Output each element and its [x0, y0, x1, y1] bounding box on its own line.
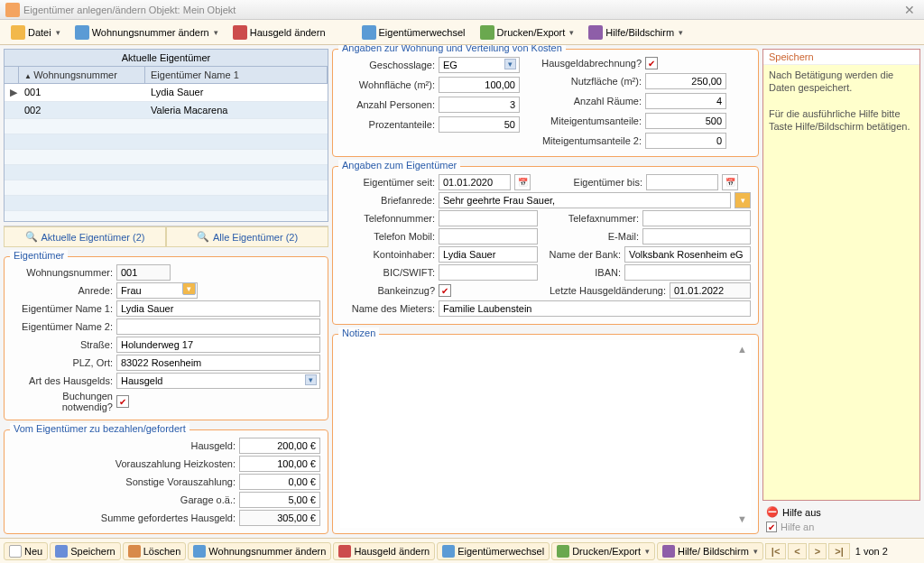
people-icon [75, 25, 89, 40]
mea2-field[interactable] [645, 133, 726, 149]
titlebar: Eigentümer anlegen/ändern Objekt: Mein O… [0, 0, 924, 20]
hilfe-aus-button[interactable]: ⛔Hilfe aus [762, 504, 920, 520]
mieter-field[interactable] [439, 300, 751, 317]
mea-field[interactable] [645, 113, 726, 129]
book-icon [588, 25, 603, 40]
nav-next[interactable]: > [808, 543, 827, 559]
wnum-button[interactable]: Wohnungsnummer ändern [188, 542, 331, 560]
tab-alle[interactable]: 🔍Alle Eigentümer (2) [166, 226, 328, 247]
money-icon [233, 25, 247, 40]
proz-field[interactable] [439, 116, 520, 133]
pager-label: 1 von 2 [855, 546, 888, 557]
pick-icon[interactable]: ▾ [735, 192, 751, 208]
anrede-field[interactable] [116, 282, 198, 299]
fax-field[interactable] [642, 210, 751, 226]
search-icon: 🔍 [25, 231, 38, 243]
bank-field[interactable] [624, 246, 751, 263]
tel-field[interactable] [439, 210, 538, 226]
summe-field [239, 510, 320, 526]
window-title: Eigentümer anlegen/ändern Objekt: Mein O… [23, 5, 901, 15]
help-panel: Speichern Nach Betätigung werden die Dat… [762, 49, 920, 501]
hausgeld-field[interactable] [239, 438, 320, 454]
menu-wechsel[interactable]: Eigentümerwechsel [356, 23, 471, 42]
wnum-field[interactable] [116, 264, 171, 281]
bottom-toolbar: Neu Speichern Löschen Wohnungsnummer änd… [0, 538, 924, 563]
email-field[interactable] [642, 228, 751, 245]
lage-field[interactable] [439, 57, 520, 73]
art-field[interactable] [116, 373, 320, 389]
nutz-field[interactable] [645, 73, 726, 89]
money-icon [338, 545, 351, 558]
search-icon: 🔍 [197, 231, 209, 243]
brief-field[interactable] [439, 192, 731, 208]
buch-checkbox[interactable]: ✔ [116, 395, 129, 408]
folder-icon [11, 25, 25, 40]
trash-icon [128, 545, 141, 558]
nav-prev[interactable]: < [788, 543, 806, 559]
top-toolbar: Datei Wohnungsnummer ändern Hausgeld änd… [0, 20, 924, 45]
menu-hausgeld[interactable]: Hausgeld ändern [227, 23, 331, 42]
owner-fieldset: Eigentümer Wohnungsnummer: Anrede: Eigen… [4, 256, 328, 420]
menu-drucken[interactable]: Drucken/Export [475, 23, 580, 42]
abr-checkbox[interactable]: ✔ [645, 57, 658, 69]
heizkosten-field[interactable] [239, 456, 320, 472]
hilfe-an-button[interactable]: ✔Hilfe an [762, 520, 920, 534]
sonst-field[interactable] [239, 474, 320, 490]
app-icon [5, 3, 20, 17]
mobil-field[interactable] [439, 228, 538, 245]
new-icon [9, 545, 22, 558]
bis-field[interactable] [646, 174, 718, 190]
name1-field[interactable] [116, 300, 320, 317]
table-row[interactable]: ▶ 001 Lydia Sauer [5, 84, 328, 102]
flaeche-field[interactable] [439, 77, 520, 93]
letzte-field [670, 282, 751, 299]
eigentuemer-fieldset: Angaben zum Eigentümer Eigentümer seit:📅… [332, 166, 759, 325]
konto-field[interactable] [439, 246, 538, 263]
calendar-icon[interactable]: 📅 [514, 174, 531, 190]
help-title: Speichern [763, 50, 919, 65]
col-wohnungsnummer[interactable]: Wohnungsnummer [19, 67, 145, 83]
scroll-icon[interactable]: ▲▼ [737, 344, 747, 524]
loeschen-button[interactable]: Löschen [123, 542, 187, 560]
grid-tabs: 🔍Aktuelle Eigentümer (2) 🔍Alle Eigentüme… [4, 226, 328, 247]
grid-title: Aktuelle Eigentümer [5, 50, 328, 67]
seit-field[interactable] [439, 174, 511, 190]
pers-field[interactable] [439, 97, 520, 113]
table-row[interactable]: 002 Valeria Macarena [5, 102, 328, 119]
nav-first[interactable]: |< [765, 543, 787, 559]
bic-field[interactable] [439, 264, 538, 281]
neu-button[interactable]: Neu [4, 542, 48, 560]
hausgeld-button[interactable]: Hausgeld ändern [333, 542, 435, 560]
iban-field[interactable] [624, 264, 751, 281]
hilfe-button[interactable]: Hilfe/ Bildschirm [657, 542, 763, 560]
help-body: Nach Betätigung werden die Daten gespeic… [763, 65, 919, 500]
einzug-checkbox[interactable]: ✔ [439, 284, 451, 297]
wechsel-button[interactable]: Eigentümerwechsel [437, 542, 550, 560]
col-name[interactable]: Eigentümer Name 1 [145, 67, 328, 83]
name2-field[interactable] [116, 318, 320, 335]
menu-wohnungsnummer[interactable]: Wohnungsnummer ändern [69, 23, 224, 42]
menu-datei[interactable]: Datei [5, 23, 66, 42]
strasse-field[interactable] [116, 337, 320, 353]
notiz-textarea[interactable] [340, 340, 751, 528]
check-icon: ✔ [766, 521, 777, 532]
book-icon [662, 545, 675, 558]
printer-icon [480, 25, 494, 40]
row-marker-icon: ▶ [5, 84, 19, 101]
speichern-button[interactable]: Speichern [50, 542, 121, 560]
garage-field[interactable] [239, 492, 320, 508]
owners-grid: Aktuelle Eigentümer Wohnungsnummer Eigen… [4, 49, 328, 222]
drucken-button[interactable]: Drucken/Export [551, 542, 655, 560]
close-icon[interactable]: ✕ [901, 3, 919, 17]
tab-aktuelle[interactable]: 🔍Aktuelle Eigentümer (2) [4, 226, 166, 247]
printer-icon [557, 545, 569, 558]
raum-field[interactable] [645, 93, 726, 109]
menu-hilfe[interactable]: Hilfe/Bildschirm [583, 23, 688, 42]
wohnung-fieldset: Angaben zur Wohnung und Verteilung von K… [332, 49, 759, 157]
calendar-icon[interactable]: 📅 [722, 174, 738, 190]
plz-field[interactable] [116, 355, 320, 371]
nav-last[interactable]: >| [828, 543, 850, 559]
notiz-fieldset: Notizen ▲▼ [332, 334, 759, 534]
pay-fieldset: Vom Eigentümer zu bezahlen/gefordert Hau… [4, 429, 328, 534]
swap-icon [442, 545, 455, 558]
